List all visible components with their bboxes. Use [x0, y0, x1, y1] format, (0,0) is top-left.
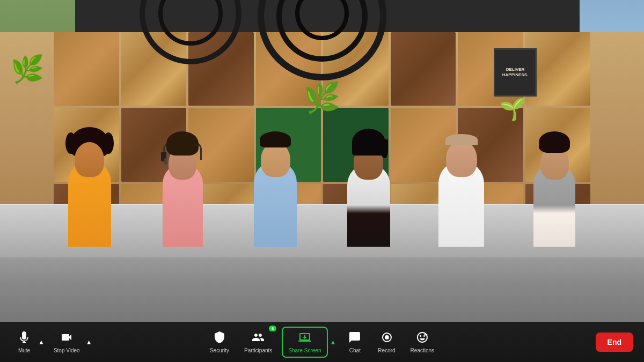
record-label: Record: [378, 348, 395, 353]
camera-icon: [60, 331, 73, 345]
microphone-icon: [18, 331, 31, 345]
participant-4: [322, 113, 415, 247]
video-chevron[interactable]: ▲: [85, 337, 93, 347]
participants-button[interactable]: Participants: [239, 328, 277, 357]
participant-5: [415, 113, 508, 247]
toolbar-right: End: [596, 333, 633, 352]
motivational-poster: DELIVER HAPPINESS.: [494, 48, 537, 97]
security-button[interactable]: Security: [204, 328, 235, 357]
share-screen-label: Share Screen: [288, 348, 321, 353]
participants-row: [0, 97, 644, 247]
security-icon: [213, 331, 226, 345]
participant-3: [229, 113, 322, 247]
record-icon: [380, 331, 393, 345]
share-screen-chevron[interactable]: ▲: [328, 337, 337, 347]
record-button[interactable]: Record: [372, 328, 400, 357]
left-plant: 🌿: [11, 54, 44, 85]
end-button[interactable]: End: [596, 333, 633, 352]
participant-1: [43, 113, 136, 247]
p5-hair: [445, 134, 478, 145]
stop-video-label: Stop Video: [54, 348, 80, 353]
svg-point-1: [384, 335, 389, 339]
chat-icon: [348, 331, 361, 345]
participants-icon: [252, 331, 265, 345]
reactions-icon: [416, 331, 429, 345]
chat-label: Chat: [349, 348, 361, 353]
p5-head: [446, 141, 477, 177]
p3-hair: [260, 131, 291, 147]
share-screen-icon: [298, 331, 311, 345]
main-container: DELIVER HAPPINESS. 🌿 🌿 🌱: [0, 0, 644, 362]
toolbar: Mute ▲ Stop Video ▲: [0, 322, 644, 362]
security-label: Security: [210, 348, 229, 353]
mute-label: Mute: [18, 348, 30, 353]
p2-hair: [166, 131, 199, 156]
p4-hair: [352, 129, 385, 156]
below-table-area: [0, 257, 644, 322]
toolbar-center: Security Participants 6: [204, 327, 440, 358]
mute-button[interactable]: Mute: [11, 328, 38, 357]
right-plant: 🌱: [499, 97, 526, 122]
toolbar-left: Mute ▲ Stop Video ▲: [11, 328, 93, 357]
stop-video-button[interactable]: Stop Video: [48, 328, 85, 357]
mute-chevron[interactable]: ▲: [37, 337, 46, 347]
share-screen-button[interactable]: Share Screen: [282, 327, 327, 358]
participant-2: [136, 113, 229, 247]
reactions-button[interactable]: Reactions: [405, 328, 440, 357]
center-plant: 🌿: [304, 80, 341, 115]
p6-hair: [539, 131, 570, 153]
participants-count: 6: [269, 326, 276, 331]
participant-6: [508, 113, 601, 247]
participants-label: Participants: [244, 348, 272, 353]
chat-button[interactable]: Chat: [341, 328, 368, 357]
video-area: DELIVER HAPPINESS. 🌿 🌿 🌱: [0, 0, 644, 322]
room-scene: DELIVER HAPPINESS. 🌿 🌿 🌱: [0, 0, 644, 322]
p1-head: [75, 142, 104, 177]
reactions-label: Reactions: [411, 348, 434, 353]
participants-wrapper: Participants 6: [239, 328, 277, 357]
